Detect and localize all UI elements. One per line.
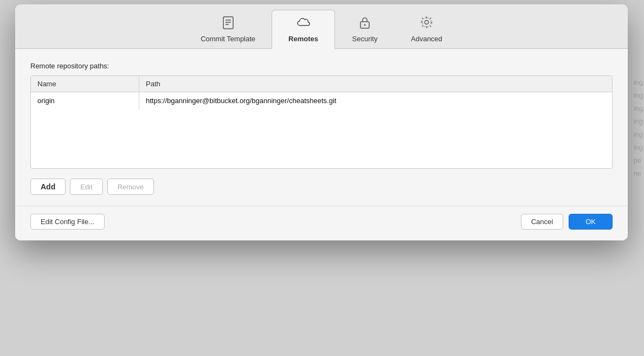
table-body: origin https://bganninger@bitbucket.org/…	[31, 92, 612, 168]
bg-text: ing	[634, 89, 643, 102]
document-icon	[221, 15, 236, 33]
bg-text: pe	[634, 154, 643, 167]
lock-icon	[358, 15, 372, 33]
footer-right-buttons: Cancel OK	[521, 214, 613, 230]
table-header: Name Path	[31, 76, 612, 92]
column-name-header: Name	[31, 76, 139, 92]
tab-security[interactable]: Security	[335, 10, 395, 48]
bg-text: ing	[634, 102, 643, 115]
tab-remotes-label: Remotes	[288, 35, 318, 43]
tab-advanced[interactable]: Advanced	[395, 10, 459, 48]
background-text-column: ing ing ing ing ing ing pe ne	[634, 76, 643, 180]
svg-rect-0	[223, 17, 233, 29]
remove-button[interactable]: Remove	[107, 179, 154, 195]
add-button[interactable]: Add	[30, 179, 66, 195]
tab-security-label: Security	[352, 35, 378, 43]
cloud-icon	[295, 15, 312, 33]
dialog-footer: Edit Config File... Cancel OK	[15, 206, 628, 240]
edit-button[interactable]: Edit	[70, 179, 102, 195]
tab-commit-template-label: Commit Template	[201, 35, 255, 43]
tab-bar: Commit Template Remotes Security	[15, 4, 628, 49]
ok-button[interactable]: OK	[569, 214, 613, 230]
bg-text: ing	[634, 128, 643, 141]
tab-remotes[interactable]: Remotes	[272, 10, 335, 49]
action-buttons: Add Edit Remove	[30, 179, 613, 195]
table-row[interactable]: origin https://bganninger@bitbucket.org/…	[31, 92, 612, 109]
svg-point-6	[424, 21, 428, 24]
bg-text: ing	[634, 76, 643, 89]
bg-text: ing	[634, 141, 643, 154]
edit-config-button[interactable]: Edit Config File...	[30, 214, 105, 230]
bg-text: ne	[634, 167, 643, 180]
tab-commit-template[interactable]: Commit Template	[184, 11, 272, 48]
bg-text: ing	[634, 115, 643, 128]
tab-advanced-label: Advanced	[411, 35, 442, 43]
remotes-table: Name Path origin https://bganninger@bitb…	[30, 75, 613, 169]
cancel-button[interactable]: Cancel	[521, 214, 563, 230]
remote-name-cell: origin	[31, 92, 139, 109]
gear-icon	[419, 15, 434, 33]
content-area: Remote repository paths: Name Path origi…	[15, 49, 628, 206]
column-path-header: Path	[139, 76, 612, 92]
svg-point-5	[364, 24, 366, 26]
preferences-dialog: Commit Template Remotes Security	[15, 4, 628, 240]
remote-path-cell: https://bganninger@bitbucket.org/bgannin…	[139, 92, 612, 109]
section-label: Remote repository paths:	[30, 62, 613, 70]
